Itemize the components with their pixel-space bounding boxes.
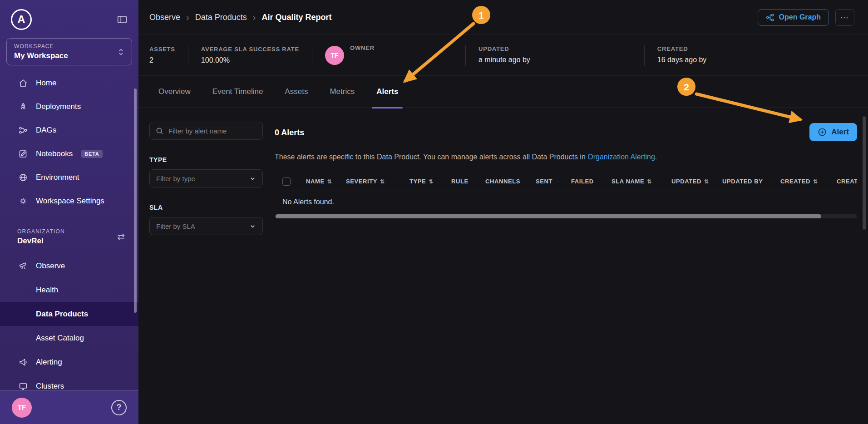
sort-icon: ⇅ xyxy=(647,178,652,185)
stat-created: CREATED 16 days ago by xyxy=(657,45,808,65)
sidebar-item-label: Notebooks xyxy=(36,149,73,158)
sidebar-item-alerting[interactable]: Alerting xyxy=(0,350,138,374)
sidebar-footer: TF ? xyxy=(0,390,138,424)
column-header-updated[interactable]: UPDATED⇅ xyxy=(671,178,722,185)
beta-badge: BETA xyxy=(81,150,102,158)
notebook-icon xyxy=(17,149,29,159)
search-icon xyxy=(155,127,164,135)
sidebar-scrollbar[interactable] xyxy=(134,89,137,313)
breadcrumb-observe[interactable]: Observe xyxy=(149,13,180,22)
stat-owner: TF OWNER xyxy=(325,44,453,66)
stat-value: 16 days ago by xyxy=(657,56,707,64)
divider xyxy=(644,45,645,66)
sort-icon: ⇅ xyxy=(813,178,818,185)
stat-updated: UPDATED a minute ago by xyxy=(478,45,631,65)
observe-menu: Observe Health Data Products Asset Catal… xyxy=(0,254,138,398)
divider xyxy=(465,45,466,66)
home-icon xyxy=(17,78,29,88)
sidebar-item-home[interactable]: Home xyxy=(0,71,138,95)
column-header-channels: CHANNELS xyxy=(485,178,536,185)
globe-icon xyxy=(17,173,29,182)
sort-icon: ⇅ xyxy=(704,178,709,185)
select-placeholder: Filter by SLA xyxy=(156,222,195,230)
sidebar-item-data-products[interactable]: Data Products xyxy=(0,302,138,326)
column-header-severity[interactable]: SEVERITY⇅ xyxy=(346,178,409,185)
sidebar: A WORKSPACE My Workspace xyxy=(0,0,138,424)
sidebar-item-dags[interactable]: DAGs xyxy=(0,118,138,142)
column-header-created[interactable]: CREATED⇅ xyxy=(780,178,837,185)
add-alert-button[interactable]: Alert xyxy=(809,123,857,141)
tab-metrics[interactable]: Metrics xyxy=(330,76,355,108)
swap-organization-icon[interactable]: ⇄ xyxy=(117,231,125,242)
sidebar-item-label: Deployments xyxy=(36,102,81,111)
sidebar-item-observe[interactable]: Observe xyxy=(0,254,138,278)
open-graph-button[interactable]: Open Graph xyxy=(758,9,829,26)
select-all-checkbox[interactable] xyxy=(282,177,291,186)
stat-label: CREATED xyxy=(657,45,808,52)
more-options-button[interactable]: ⋯ xyxy=(835,9,854,26)
redacted-created-by xyxy=(711,56,808,65)
collapse-sidebar-icon[interactable] xyxy=(117,14,128,25)
organization-switcher: ORGANIZATION DevRel ⇄ xyxy=(17,228,125,246)
monitor-icon xyxy=(17,381,29,391)
organization-label: ORGANIZATION xyxy=(17,228,65,235)
workspace-switcher[interactable]: WORKSPACE My Workspace xyxy=(6,38,132,65)
divider xyxy=(188,45,188,66)
tab-overview[interactable]: Overview xyxy=(158,76,191,108)
sidebar-item-health[interactable]: Health xyxy=(0,278,138,302)
description-text: These alerts are specific to this Data P… xyxy=(275,153,587,161)
help-icon[interactable]: ? xyxy=(111,400,127,415)
vertical-scrollbar-thumb[interactable] xyxy=(863,116,866,230)
column-header-created-by[interactable]: CREATED BY xyxy=(837,178,857,185)
rocket-icon xyxy=(17,102,29,112)
sidebar-item-workspace-settings[interactable]: Workspace Settings xyxy=(0,189,138,213)
sidebar-item-label: Clusters xyxy=(36,382,64,391)
breadcrumb: Observe › Data Products › Air Quality Re… xyxy=(149,12,331,23)
stat-label: OWNER xyxy=(350,44,453,51)
column-header-rule: RULE xyxy=(451,178,485,185)
sidebar-item-deployments[interactable]: Deployments xyxy=(0,95,138,118)
organization-alerting-link[interactable]: Organization Alerting xyxy=(587,153,655,161)
alerts-description: These alerts are specific to this Data P… xyxy=(275,153,857,161)
alerts-table-header: NAME⇅ SEVERITY⇅ TYPE⇅ RULE CHANNELS SENT… xyxy=(275,172,857,191)
workspace-menu: Home Deployments DAGs xyxy=(0,71,138,213)
column-header-sent: SENT xyxy=(536,178,571,185)
empty-state-message: No Alerts found. xyxy=(275,198,857,206)
alerts-count: 0 Alerts xyxy=(275,128,304,138)
tab-alerts[interactable]: Alerts xyxy=(376,76,398,108)
column-header-sla-name[interactable]: SLA NAME⇅ xyxy=(612,178,671,185)
column-header-name[interactable]: NAME⇅ xyxy=(306,178,346,185)
stat-label: UPDATED xyxy=(478,45,631,52)
stat-value: a minute ago by xyxy=(478,56,530,64)
user-avatar[interactable]: TF xyxy=(12,398,32,418)
tab-assets[interactable]: Assets xyxy=(285,76,308,108)
main-content: Observe › Data Products › Air Quality Re… xyxy=(138,0,868,424)
telescope-icon xyxy=(17,261,29,271)
sidebar-item-label: Alerting xyxy=(36,358,62,367)
alert-search-input[interactable] xyxy=(168,127,259,135)
tab-event-timeline[interactable]: Event Timeline xyxy=(212,76,263,108)
type-filter-label: TYPE xyxy=(149,156,263,163)
sidebar-item-label: Workspace Settings xyxy=(36,197,104,206)
column-header-type[interactable]: TYPE⇅ xyxy=(409,178,451,185)
redacted-owner-name xyxy=(350,55,453,66)
column-header-failed: FAILED xyxy=(571,178,612,185)
organization-name: DevRel xyxy=(17,237,65,246)
chevron-right-icon: › xyxy=(186,12,189,23)
breadcrumb-data-products[interactable]: Data Products xyxy=(195,13,247,22)
astronomer-logo[interactable]: A xyxy=(11,9,32,30)
sidebar-item-label: Observe xyxy=(36,261,65,271)
horizontal-scrollbar[interactable] xyxy=(275,214,857,218)
sidebar-item-label: DAGs xyxy=(36,126,56,135)
chevron-down-icon xyxy=(249,175,256,182)
add-alert-label: Alert xyxy=(831,128,849,137)
type-filter-select[interactable]: Filter by type xyxy=(149,169,263,187)
sidebar-item-environment[interactable]: Environment xyxy=(0,166,138,189)
sort-icon: ⇅ xyxy=(380,178,385,185)
stat-assets: ASSETS 2 xyxy=(149,46,175,64)
sidebar-item-notebooks[interactable]: Notebooks BETA xyxy=(0,142,138,166)
sidebar-item-asset-catalog[interactable]: Asset Catalog xyxy=(0,326,138,350)
horizontal-scrollbar-thumb[interactable] xyxy=(276,214,821,218)
sla-filter-select[interactable]: Filter by SLA xyxy=(149,217,263,235)
plus-circle-icon xyxy=(818,128,827,137)
